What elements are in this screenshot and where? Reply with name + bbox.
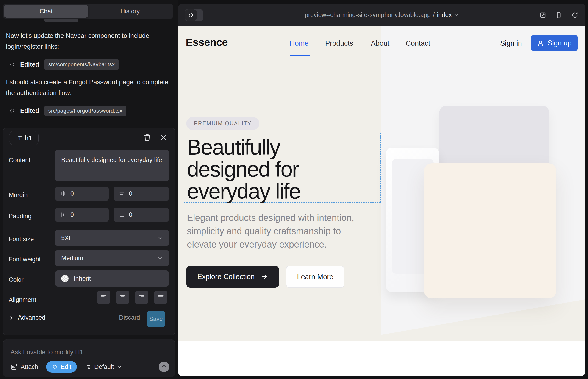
file-chip[interactable]: src/pages/ForgotPassword.tsx bbox=[44, 106, 127, 116]
edited-label: Edited bbox=[20, 107, 39, 114]
attach-label: Attach bbox=[21, 363, 38, 371]
typography-icon: тT bbox=[15, 135, 22, 142]
nav-link-home[interactable]: Home bbox=[290, 39, 309, 47]
color-label: Color bbox=[9, 276, 24, 283]
padding-horizontal-icon bbox=[60, 212, 66, 218]
send-button[interactable] bbox=[159, 362, 169, 372]
element-editor-panel: тT h1 Content Beautifully designed for e… bbox=[3, 127, 175, 335]
chevron-right-icon bbox=[9, 315, 14, 320]
sliders-icon bbox=[85, 364, 91, 370]
save-button[interactable]: Save bbox=[147, 311, 165, 327]
lovable-side-panel: Chat History ·· Now let's update the Nav… bbox=[0, 0, 178, 379]
margin-x-input[interactable]: 0 bbox=[55, 187, 109, 201]
composer-toolbar: Attach Edit Default bbox=[11, 361, 169, 373]
font-weight-label: Font weight bbox=[9, 256, 41, 263]
advanced-toggle[interactable]: Advanced bbox=[9, 314, 46, 321]
code-view-toggle[interactable] bbox=[185, 9, 203, 21]
align-justify-button[interactable] bbox=[154, 291, 167, 304]
sign-up-button[interactable]: Sign up bbox=[531, 35, 578, 51]
nav-link-products[interactable]: Products bbox=[325, 39, 353, 47]
tab-chat[interactable]: Chat bbox=[4, 5, 88, 18]
nav-active-underline bbox=[290, 55, 310, 56]
mobile-icon bbox=[556, 12, 562, 19]
arrow-up-icon bbox=[161, 364, 167, 370]
padding-x-value: 0 bbox=[70, 211, 74, 218]
font-weight-select[interactable]: Medium bbox=[55, 250, 169, 266]
align-right-icon bbox=[138, 294, 145, 301]
margin-y-value: 0 bbox=[129, 190, 132, 197]
learn-more-button[interactable]: Learn More bbox=[286, 266, 344, 288]
close-icon bbox=[160, 134, 167, 141]
chat-composer: Attach Edit Default bbox=[3, 339, 175, 377]
font-weight-value: Medium bbox=[61, 255, 83, 262]
close-editor-button[interactable] bbox=[160, 134, 167, 141]
composer-input[interactable] bbox=[11, 346, 162, 358]
element-tag-label: h1 bbox=[25, 134, 32, 142]
premium-quality-badge: PREMIUM QUALITY bbox=[186, 117, 259, 130]
attach-image-icon bbox=[11, 363, 17, 370]
align-center-icon bbox=[119, 294, 126, 301]
discard-button[interactable]: Discard bbox=[119, 314, 140, 321]
hero-heading-line: Beautifully bbox=[187, 136, 300, 158]
edit-mode-button[interactable]: Edit bbox=[46, 361, 77, 373]
site-logo[interactable]: Essence bbox=[186, 36, 228, 48]
margin-x-value: 0 bbox=[70, 190, 74, 197]
content-field[interactable]: Beautifully designed for everyday life bbox=[55, 150, 169, 181]
sign-up-label: Sign up bbox=[547, 39, 572, 47]
padding-y-input[interactable]: 0 bbox=[114, 208, 169, 222]
explore-collection-button[interactable]: Explore Collection bbox=[186, 266, 279, 288]
edit-label: Edit bbox=[61, 363, 72, 371]
margin-label: Margin bbox=[9, 191, 28, 199]
hero-heading-line: everyday life bbox=[187, 180, 300, 202]
margin-vertical-icon bbox=[119, 191, 125, 197]
chat-history-tabbar: Chat History bbox=[3, 4, 173, 19]
chat-message: Now let's update the Navbar component to… bbox=[6, 30, 169, 52]
url-bar[interactable]: preview--charming-site-symphony.lovable.… bbox=[305, 12, 459, 19]
align-right-button[interactable] bbox=[135, 291, 148, 304]
advanced-label: Advanced bbox=[18, 314, 46, 321]
margin-y-input[interactable]: 0 bbox=[114, 187, 169, 201]
code-icon bbox=[9, 108, 15, 114]
edited-file-row[interactable]: Edited src/components/Navbar.tsx bbox=[9, 59, 119, 70]
chevron-down-icon bbox=[454, 13, 459, 17]
file-chip[interactable]: src/components/Navbar.tsx bbox=[44, 59, 119, 70]
hero-heading-line: designed for bbox=[187, 158, 300, 180]
external-link-icon bbox=[539, 12, 546, 19]
color-swatch bbox=[61, 275, 69, 282]
mode-select[interactable]: Default bbox=[85, 363, 122, 371]
align-center-button[interactable] bbox=[116, 291, 129, 304]
nav-link-contact[interactable]: Contact bbox=[406, 39, 430, 47]
trash-icon bbox=[144, 134, 151, 141]
align-left-button[interactable] bbox=[97, 291, 110, 304]
alignment-label: Alignment bbox=[9, 296, 36, 303]
selected-element-tag: тT h1 bbox=[9, 131, 39, 145]
browser-actions bbox=[539, 4, 578, 26]
sign-in-link[interactable]: Sign in bbox=[500, 39, 522, 47]
next-section-background bbox=[178, 341, 585, 376]
refresh-icon bbox=[572, 12, 578, 19]
nav-link-about[interactable]: About bbox=[371, 39, 389, 47]
attach-button[interactable]: Attach bbox=[11, 363, 38, 371]
url-separator: / bbox=[433, 12, 435, 19]
target-icon bbox=[52, 364, 58, 370]
mobile-preview-button[interactable] bbox=[556, 12, 562, 19]
code-icon bbox=[185, 9, 197, 21]
refresh-button[interactable] bbox=[572, 12, 578, 19]
font-size-select[interactable]: 5XL bbox=[55, 230, 169, 246]
padding-y-value: 0 bbox=[129, 211, 132, 218]
preview-browser-frame: preview--charming-site-symphony.lovable.… bbox=[178, 4, 585, 376]
arrow-right-icon bbox=[261, 273, 268, 280]
edited-file-row[interactable]: Edited src/pages/ForgotPassword.tsx bbox=[9, 106, 126, 116]
open-external-button[interactable] bbox=[539, 12, 546, 19]
tab-history[interactable]: History bbox=[88, 5, 172, 18]
font-size-value: 5XL bbox=[61, 235, 72, 242]
delete-element-button[interactable] bbox=[144, 134, 151, 141]
content-label: Content bbox=[9, 157, 31, 164]
align-left-icon bbox=[100, 294, 107, 301]
padding-vertical-icon bbox=[119, 212, 125, 218]
chevron-down-icon bbox=[157, 255, 163, 261]
padding-x-input[interactable]: 0 bbox=[55, 208, 109, 222]
color-select[interactable]: Inherit bbox=[55, 270, 169, 286]
chevron-down-icon bbox=[117, 364, 122, 369]
hero-heading[interactable]: Beautifully designed for everyday life bbox=[187, 136, 300, 202]
